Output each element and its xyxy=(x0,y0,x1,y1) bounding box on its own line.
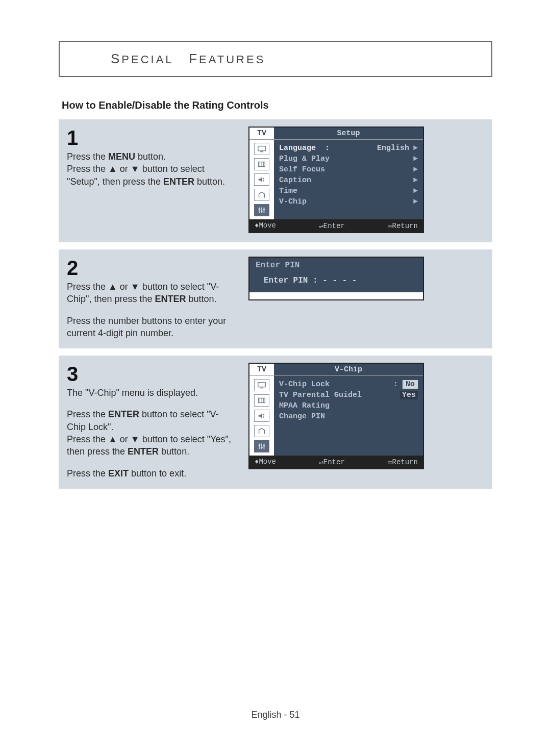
channel-icon xyxy=(254,425,269,437)
hint-move: ♦Move xyxy=(255,221,276,230)
t: EXIT xyxy=(108,468,129,478)
menu-row-vchip[interactable]: V-Chip► xyxy=(279,196,418,207)
t: ► xyxy=(413,155,418,163)
t: Caption xyxy=(279,176,311,185)
t: Time xyxy=(279,187,297,195)
menu-row-plug-play[interactable]: Plug & Play► xyxy=(279,154,418,164)
chapter-word2-cap: F xyxy=(189,51,199,66)
chapter-header: SPECIAL FEATURES xyxy=(59,41,492,77)
t: button. xyxy=(159,446,189,457)
sound-icon xyxy=(254,173,269,186)
step-2-text: Press the ▲ or ▼ button to select "V-Chi… xyxy=(67,281,235,339)
t: TV Parental Guidel xyxy=(279,391,362,399)
step-3-text: The "V-Chip" menu is displayed. Press th… xyxy=(67,387,235,480)
t: ► xyxy=(413,176,418,185)
hint-move: ♦Move xyxy=(255,458,276,466)
osd-setup-menu: TV Setup Language :English► Plug & Play► xyxy=(248,127,424,233)
svg-rect-12 xyxy=(263,209,265,210)
step-3: 3 The "V-Chip" menu is displayed. Press … xyxy=(59,356,492,489)
osd-enter-pin: Enter PIN Enter PIN : - - - - xyxy=(248,257,424,300)
osd-menu-rows: Language :English► Plug & Play► Self Foc… xyxy=(274,140,423,219)
t: Press the xyxy=(67,152,108,162)
t: button. xyxy=(135,152,166,162)
page-footer: English - 51 xyxy=(0,710,551,720)
svg-rect-25 xyxy=(263,445,265,446)
input-icon xyxy=(254,158,269,170)
osd-tv-label: TV xyxy=(249,128,274,139)
t: Plug & Play xyxy=(279,155,330,163)
chapter-word1-cap: S xyxy=(111,51,121,66)
menu-row-caption[interactable]: Caption► xyxy=(279,175,418,186)
t: Press the xyxy=(67,409,108,419)
t: button. xyxy=(194,177,225,187)
step-number: 3 xyxy=(67,363,235,386)
section-title: How to Enable/Disable the Rating Control… xyxy=(62,99,492,111)
osd-tv-label: TV xyxy=(249,364,274,375)
picture-icon xyxy=(254,143,269,155)
t: ENTER xyxy=(155,294,186,304)
chapter-word2-rest: EATURES xyxy=(199,53,265,66)
menu-row-self-focus[interactable]: Self Focus► xyxy=(279,164,418,175)
menu-row-time[interactable]: Time► xyxy=(279,186,418,196)
svg-rect-1 xyxy=(260,152,263,153)
hint-return: ▭Return xyxy=(388,458,418,466)
svg-rect-14 xyxy=(260,388,263,389)
t: MPAA Rating xyxy=(279,401,330,410)
svg-rect-0 xyxy=(258,146,265,151)
pin-title: Enter PIN xyxy=(249,258,423,273)
t: Language : xyxy=(279,144,330,153)
menu-row-parental[interactable]: TV Parental GuidelYes xyxy=(279,390,418,400)
t: : xyxy=(393,380,398,389)
t: Self Focus xyxy=(279,165,325,174)
hint-enter: ↵Enter xyxy=(319,458,344,466)
svg-rect-24 xyxy=(261,447,263,448)
t: ► xyxy=(413,144,418,153)
t: English xyxy=(377,144,409,153)
svg-marker-6 xyxy=(259,177,262,183)
setup-icon xyxy=(254,440,269,452)
svg-rect-11 xyxy=(261,211,263,212)
chapter-title: SPECIAL FEATURES xyxy=(111,53,265,66)
svg-rect-23 xyxy=(259,445,261,446)
t: Press the number buttons to enter your c… xyxy=(67,316,226,338)
step-number: 2 xyxy=(67,257,235,280)
menu-row-language[interactable]: Language :English► xyxy=(279,143,418,154)
t: ► xyxy=(413,165,418,174)
osd-category-icons xyxy=(249,376,274,456)
svg-rect-13 xyxy=(258,383,265,387)
osd-vchip-menu: TV V-Chip V-Chip Lock: No TV Parental Gu… xyxy=(248,363,424,469)
chapter-word1-rest: PECIAL xyxy=(121,53,173,66)
channel-icon xyxy=(254,189,269,201)
step-1-text: Press the MENU button. Press the ▲ or ▼ … xyxy=(67,150,235,188)
t: Change PIN xyxy=(279,412,325,421)
osd-title-text: Setup xyxy=(274,128,423,139)
menu-row-change-pin[interactable]: Change PIN xyxy=(279,411,418,422)
pin-field[interactable]: Enter PIN : - - - - xyxy=(249,273,423,292)
t: button to exit. xyxy=(129,468,186,478)
input-icon xyxy=(254,394,269,407)
osd-footer: ♦Move ↵Enter ▭Return xyxy=(249,219,423,232)
svg-marker-19 xyxy=(259,413,262,419)
hint-return: ▭Return xyxy=(388,221,418,230)
t: button. xyxy=(186,294,217,304)
osd-category-icons xyxy=(249,140,274,219)
t: ► xyxy=(413,197,418,206)
t: No xyxy=(403,380,418,389)
step-2: 2 Press the ▲ or ▼ button to select "V-C… xyxy=(59,249,492,348)
osd-menu-rows: V-Chip Lock: No TV Parental GuidelYes MP… xyxy=(274,376,423,456)
t: V-Chip xyxy=(279,197,307,206)
t: Press the xyxy=(67,468,108,478)
t: The "V-Chip" menu is displayed. xyxy=(67,388,198,398)
t: Yes xyxy=(400,391,418,399)
osd-title-text: V-Chip xyxy=(274,364,423,375)
step-number: 1 xyxy=(67,127,235,149)
sound-icon xyxy=(254,410,269,422)
t: ► xyxy=(413,187,418,195)
menu-row-mpaa[interactable]: MPAA Rating xyxy=(279,400,418,411)
menu-row-vchip-lock[interactable]: V-Chip Lock: No xyxy=(279,379,418,390)
t: ENTER xyxy=(108,409,139,419)
step-1: 1 Press the MENU button. Press the ▲ or … xyxy=(59,119,492,242)
t: ENTER xyxy=(163,177,194,187)
svg-rect-10 xyxy=(259,208,261,210)
t: ENTER xyxy=(128,446,159,457)
